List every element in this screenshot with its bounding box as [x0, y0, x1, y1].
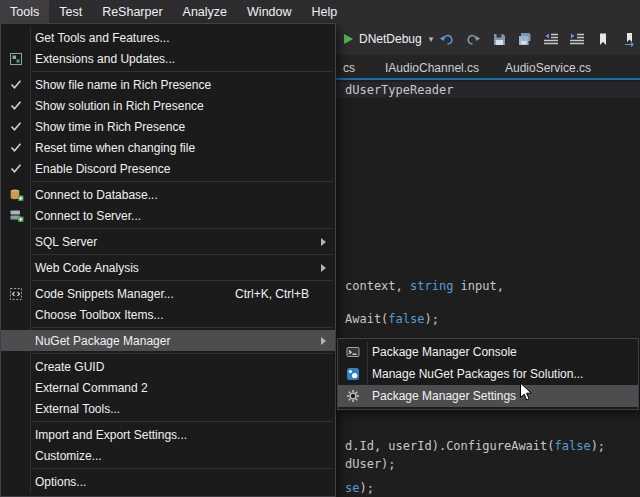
menu-item-code-snippets-manager[interactable]: Code Snippets Manager...Ctrl+K, Ctrl+B [1, 283, 335, 304]
menubar-item-window[interactable]: Window [237, 0, 301, 23]
menu-item-reset-time-when-changing-file[interactable]: Reset time when changing file [1, 137, 335, 158]
code-segment: dUser); [345, 457, 396, 471]
code-segment: input, [453, 279, 504, 293]
menu-item-label: External Command 2 [35, 381, 148, 395]
menu-item-label: Package Manager Console [372, 345, 517, 359]
extensions-icon [1, 52, 31, 66]
menu-item-import-and-export-settings[interactable]: Import and Export Settings... [1, 424, 335, 445]
menu-item-label: Extensions and Updates... [35, 52, 175, 66]
navigate-forward-icon[interactable] [464, 30, 482, 48]
checkmark-icon [1, 163, 31, 174]
submenu-arrow-icon [321, 264, 326, 272]
save-all-icon[interactable] [516, 30, 534, 48]
submenu-arrow-icon [321, 337, 326, 345]
menu-item-manage-nuget-packages-for-solution[interactable]: Manage NuGet Packages for Solution... [338, 363, 638, 385]
menubar-item-test[interactable]: Test [49, 0, 92, 23]
menu-item-connect-to-server[interactable]: Connect to Server... [1, 205, 335, 226]
menu-item-sql-server[interactable]: SQL Server [1, 231, 335, 252]
menu-item-show-solution-in-rich-presence[interactable]: Show solution in Rich Presence [1, 95, 335, 116]
snippets-icon [1, 287, 31, 301]
code-segment: se [345, 481, 359, 495]
menu-item-package-manager-settings[interactable]: Package Manager Settings [338, 385, 638, 407]
menu-item-label: Enable Discord Presence [35, 162, 170, 176]
checkmark-icon [1, 79, 31, 90]
menu-item-label: Reset time when changing file [35, 141, 195, 155]
code-segment: d.Id, userId).ConfigureAwait( [345, 439, 555, 453]
menu-separator [32, 327, 333, 328]
add-server-icon [1, 209, 31, 223]
menu-separator [32, 181, 333, 182]
menu-separator [32, 71, 333, 72]
indent-icon[interactable] [568, 30, 586, 48]
menu-item-shortcut: Ctrl+K, Ctrl+B [235, 287, 309, 301]
menu-item-label: Customize... [35, 449, 102, 463]
code-segment: ); [359, 481, 373, 495]
menu-item-nuget-package-manager[interactable]: NuGet Package Manager [1, 330, 335, 351]
menu-separator [32, 353, 333, 354]
code-line: d.Id, userId).ConfigureAwait(false); [345, 439, 605, 453]
menu-item-label: Import and Export Settings... [35, 428, 187, 442]
menu-item-label: Web Code Analysis [35, 261, 139, 275]
outdent-icon[interactable] [542, 30, 560, 48]
menu-item-label: Show solution in Rich Presence [35, 99, 204, 113]
play-icon [344, 34, 353, 44]
menu-item-show-time-in-rich-presence[interactable]: Show time in Rich Presence [1, 116, 335, 137]
menu-item-package-manager-console[interactable]: Package Manager Console [338, 341, 638, 363]
bookmark-icon[interactable] [594, 30, 612, 48]
checkmark-icon [1, 121, 31, 132]
menu-item-label: Connect to Server... [35, 209, 141, 223]
save-icon[interactable] [490, 30, 508, 48]
code-segment: ); [424, 312, 438, 326]
menu-item-extensions-and-updates[interactable]: Extensions and Updates... [1, 48, 335, 69]
menu-item-choose-toolbox-items[interactable]: Choose Toolbox Items... [1, 304, 335, 325]
menubar-item-analyze[interactable]: Analyze [173, 0, 237, 23]
next-bookmark-icon[interactable] [620, 30, 638, 48]
start-debug-button[interactable]: DNetDebug ▾ [344, 29, 433, 49]
menu-item-label: Get Tools and Features... [35, 31, 170, 45]
menu-item-label: External Tools... [35, 402, 120, 416]
code-segment: false [555, 439, 591, 453]
menu-item-connect-to-database[interactable]: Connect to Database... [1, 184, 335, 205]
menu-separator [32, 468, 333, 469]
code-line: se); [345, 481, 374, 495]
code-segment: context, [345, 279, 410, 293]
menu-item-label: Create GUID [35, 360, 104, 374]
menubar-item-resharper[interactable]: ReSharper [92, 0, 172, 23]
add-database-icon [1, 188, 31, 202]
menu-item-label: Manage NuGet Packages for Solution... [372, 367, 583, 381]
menu-item-external-tools[interactable]: External Tools... [1, 398, 335, 419]
package-console-icon [338, 345, 368, 359]
code-segment: Await( [345, 312, 388, 326]
menubar: ToolsTestReSharperAnalyzeWindowHelp [0, 0, 640, 23]
tab-audioservice-cs[interactable]: AudioService.cs [499, 55, 597, 80]
menu-separator [32, 228, 333, 229]
code-line: dUser); [345, 457, 396, 471]
nuget-submenu: Package Manager ConsoleManage NuGet Pack… [337, 338, 639, 410]
nuget-packages-icon [338, 367, 368, 381]
menu-item-show-file-name-in-rich-presence[interactable]: Show file name in Rich Presence [1, 74, 335, 95]
menu-separator [32, 254, 333, 255]
menu-item-label: Connect to Database... [35, 188, 158, 202]
menu-item-label: NuGet Package Manager [35, 334, 170, 348]
mouse-cursor [519, 382, 533, 402]
chevron-down-icon[interactable]: ▾ [429, 34, 434, 44]
code-line: Await(false); [345, 312, 439, 326]
menubar-item-help[interactable]: Help [302, 0, 348, 23]
menu-item-external-command-2[interactable]: External Command 2 [1, 377, 335, 398]
menu-item-get-tools-and-features[interactable]: Get Tools and Features... [1, 27, 335, 48]
tab-cs[interactable]: cs [337, 55, 361, 80]
menu-separator [32, 280, 333, 281]
code-segment: false [388, 312, 424, 326]
menu-item-label: Code Snippets Manager... [35, 287, 174, 301]
menu-item-enable-discord-presence[interactable]: Enable Discord Presence [1, 158, 335, 179]
debug-target-label: DNetDebug [359, 32, 422, 46]
tab-iaudiochannel-cs[interactable]: IAudioChannel.cs [379, 55, 485, 80]
menu-item-label: Show time in Rich Presence [35, 120, 185, 134]
navigate-backward-icon[interactable] [438, 30, 456, 48]
menu-item-create-guid[interactable]: Create GUID [1, 356, 335, 377]
menu-item-label: Options... [35, 475, 86, 489]
menu-item-web-code-analysis[interactable]: Web Code Analysis [1, 257, 335, 278]
menubar-item-tools[interactable]: Tools [0, 0, 49, 23]
menu-item-customize[interactable]: Customize... [1, 445, 335, 466]
menu-item-options[interactable]: Options... [1, 471, 335, 492]
